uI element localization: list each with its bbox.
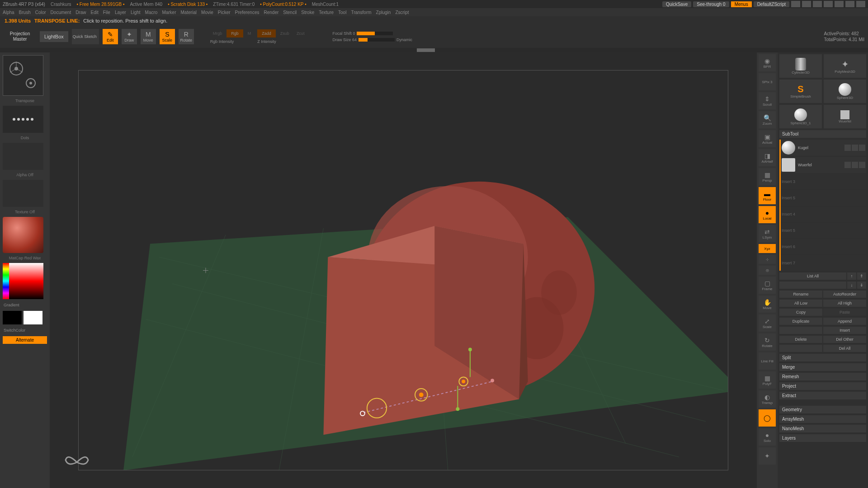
texture-slot[interactable] (3, 180, 43, 207)
zoom-button[interactable]: 🔍Zoom (759, 111, 776, 128)
persp-button[interactable]: ▦Persp (759, 168, 776, 185)
tool-polymesh[interactable]: ✦PolyMesh3D (824, 54, 866, 78)
floor-button[interactable]: ▬Floor (759, 187, 776, 204)
quicksave-button[interactable]: QuickSave (662, 1, 691, 7)
menu-file[interactable]: File (103, 10, 110, 15)
scale-button[interactable]: SScale (160, 29, 175, 44)
subtool-header[interactable]: SubTool (779, 130, 866, 138)
brush-icon[interactable] (852, 162, 858, 168)
all-high-button[interactable]: All High (823, 300, 866, 307)
bpr-button[interactable]: ◉BPR (759, 54, 776, 71)
menu-render[interactable]: Render (264, 10, 279, 15)
transp-button[interactable]: ◐Transp (759, 390, 776, 408)
subtool-item-kugel[interactable]: Kugel (781, 140, 866, 156)
spix-button[interactable]: SPix 3 (759, 73, 776, 90)
quick-sketch-button[interactable]: Quick Sketch (72, 29, 99, 44)
menu-movie[interactable]: Movie (201, 10, 213, 15)
extract-header[interactable]: Extract (779, 392, 866, 399)
ghost-button[interactable]: ◯ (759, 409, 776, 427)
move-button[interactable]: MMove (141, 29, 156, 44)
gradient-label[interactable]: Gradient (3, 302, 47, 308)
menus-button[interactable]: Menus (731, 1, 752, 7)
subtool-item-wuerfel[interactable]: Wuerfel (781, 157, 866, 173)
move-view-button[interactable]: ✋Move (759, 296, 776, 313)
nanomesh-header[interactable]: NanoMesh (779, 425, 866, 432)
scale-view-button[interactable]: ⤢Scale (759, 314, 776, 332)
append-button[interactable]: Append (823, 318, 866, 325)
frame-button[interactable]: ▢Frame (759, 277, 776, 294)
duplicate-button[interactable]: Duplicate (779, 318, 822, 325)
local-button[interactable]: ●Local (759, 206, 776, 223)
menu-material[interactable]: Material (181, 10, 197, 15)
subtool-item-empty[interactable]: Insert 4 (781, 206, 866, 222)
rename-button[interactable]: Rename (779, 291, 822, 298)
split-header[interactable]: Split (779, 354, 866, 361)
zsub-button[interactable]: Zsub (278, 30, 292, 37)
geometry-header[interactable]: Geometry (779, 406, 866, 413)
menu-zscript[interactable]: Zscript (395, 10, 409, 15)
down-arrow-icon[interactable]: ↓ (847, 282, 856, 289)
m-button[interactable]: M (245, 30, 254, 37)
draw-button[interactable]: ✦Draw (122, 29, 137, 44)
autoreorder-button[interactable]: AutoReorder (823, 291, 866, 298)
canvas[interactable] (78, 70, 729, 471)
dock-icon[interactable] (824, 1, 833, 7)
lsym-button[interactable]: ⇄LSym (759, 225, 776, 242)
menu-draw[interactable]: Draw (75, 10, 86, 15)
vis-icon[interactable] (859, 145, 865, 151)
vis-icon[interactable] (859, 162, 865, 168)
paste-button[interactable]: Paste (823, 309, 866, 316)
menu-texture[interactable]: Texture (319, 10, 334, 15)
arraymesh-header[interactable]: ArrayMesh (779, 415, 866, 423)
tool-simplebrush[interactable]: SSimpleBrush (779, 80, 822, 103)
swatch-black[interactable] (3, 311, 22, 324)
dock-icon[interactable] (813, 1, 822, 7)
brush-icon[interactable] (852, 145, 858, 151)
linefill-button[interactable]: Line Fill (759, 352, 776, 370)
remesh-header[interactable]: Remesh (779, 373, 866, 380)
eye-icon[interactable] (844, 162, 851, 168)
stroke-preview[interactable] (3, 106, 43, 133)
mrgb-button[interactable]: Mrgb (210, 30, 225, 37)
subtool-item-empty[interactable]: Insert 3 (781, 174, 866, 189)
alpha-slot[interactable] (3, 143, 43, 170)
edit-button[interactable]: ✎Edit (103, 29, 118, 44)
xpose-button[interactable]: ✦ (759, 447, 776, 465)
subtool-item-empty[interactable]: Insert 5 (781, 190, 866, 206)
aahalf-button[interactable]: ◨AAHalf (759, 149, 776, 166)
switchcolor-button[interactable]: SwitchColor (3, 327, 47, 333)
subtool-item-empty[interactable]: Insert 6 (781, 239, 866, 254)
rotate-button[interactable]: RRotate (179, 29, 194, 44)
dock-icon[interactable] (791, 1, 800, 7)
merge-header[interactable]: Merge (779, 363, 866, 371)
draw-size-label[interactable]: Draw Size 64 (332, 38, 357, 42)
project-header[interactable]: Project (779, 382, 866, 390)
actual-button[interactable]: ▣Actual (759, 130, 776, 147)
swatch-white[interactable] (24, 311, 42, 324)
menu-macro[interactable]: Macro (145, 10, 158, 15)
tool-cylinder[interactable]: Cylinder3D (779, 54, 822, 78)
close-icon[interactable] (856, 1, 865, 7)
color-picker[interactable] (3, 263, 43, 299)
menu-stroke[interactable]: Stroke (301, 10, 314, 15)
polyf-button[interactable]: ▦PolyF (759, 371, 776, 389)
axis-icon[interactable]: ⊹ (759, 255, 776, 264)
list-all-button[interactable]: List All (779, 272, 846, 280)
xyz-button[interactable]: Xyz (759, 244, 776, 253)
center-icon[interactable]: ◎ (759, 266, 776, 275)
subtool-item-empty[interactable]: Insert 5 (781, 223, 866, 238)
viewport[interactable] (50, 52, 757, 488)
scroll-indicator[interactable] (0, 48, 868, 52)
solo-button[interactable]: ●Solo (759, 428, 776, 446)
maximize-icon[interactable] (845, 1, 854, 7)
move-down-icon[interactable]: ⇓ (857, 282, 866, 289)
zscript-label[interactable]: DefaultZScript (754, 1, 789, 7)
brush-preview[interactable] (3, 55, 43, 96)
up-arrow-icon[interactable]: ↑ (847, 272, 856, 280)
del-all-button[interactable]: Del All (823, 345, 866, 352)
scroll-button[interactable]: ⇕Scroll (759, 92, 776, 109)
tool-wuerfel[interactable]: Wuerfel (824, 105, 866, 128)
menu-brush[interactable]: Brush (19, 10, 31, 15)
tool-sphere3d-1[interactable]: Sphere3D_1 (779, 105, 822, 128)
menu-preferences[interactable]: Preferences (235, 10, 259, 15)
